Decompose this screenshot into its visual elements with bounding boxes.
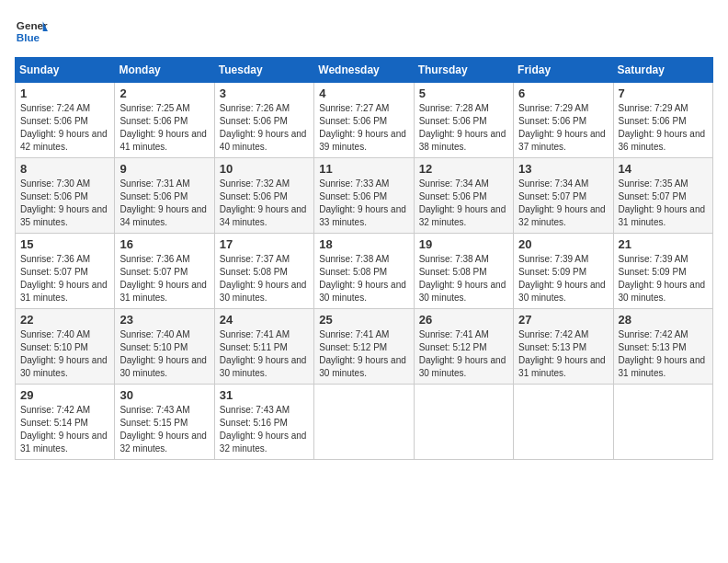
weekday-header: Sunday <box>16 58 115 83</box>
day-info: Sunrise: 7:41 AM Sunset: 5:12 PM Dayligh… <box>319 328 408 380</box>
calendar-cell: 16 Sunrise: 7:36 AM Sunset: 5:07 PM Dayl… <box>115 234 214 309</box>
calendar-week-row: 29 Sunrise: 7:42 AM Sunset: 5:14 PM Dayl… <box>16 385 713 460</box>
weekday-header: Saturday <box>613 58 712 83</box>
calendar-cell: 7 Sunrise: 7:29 AM Sunset: 5:06 PM Dayli… <box>613 83 712 158</box>
day-number: 1 <box>20 86 109 100</box>
day-number: 23 <box>119 313 209 327</box>
calendar-cell: 1 Sunrise: 7:24 AM Sunset: 5:06 PM Dayli… <box>16 83 115 158</box>
day-number: 15 <box>20 237 109 251</box>
day-number: 18 <box>319 237 408 251</box>
day-number: 10 <box>220 162 309 176</box>
day-info: Sunrise: 7:40 AM Sunset: 5:10 PM Dayligh… <box>20 328 109 380</box>
svg-text:Blue: Blue <box>17 31 40 43</box>
day-info: Sunrise: 7:29 AM Sunset: 5:06 PM Dayligh… <box>518 102 608 154</box>
day-number: 24 <box>220 313 309 327</box>
day-info: Sunrise: 7:30 AM Sunset: 5:06 PM Dayligh… <box>20 178 109 229</box>
calendar-cell: 15 Sunrise: 7:36 AM Sunset: 5:07 PM Dayl… <box>16 234 115 309</box>
weekday-header: Friday <box>514 58 613 83</box>
calendar-week-row: 22 Sunrise: 7:40 AM Sunset: 5:10 PM Dayl… <box>16 309 713 385</box>
day-number: 13 <box>518 162 608 176</box>
day-number: 4 <box>319 86 408 100</box>
day-info: Sunrise: 7:32 AM Sunset: 5:06 PM Dayligh… <box>220 178 309 229</box>
day-info: Sunrise: 7:38 AM Sunset: 5:08 PM Dayligh… <box>319 253 408 304</box>
calendar-header: SundayMondayTuesdayWednesdayThursdayFrid… <box>16 58 713 83</box>
calendar-week-row: 8 Sunrise: 7:30 AM Sunset: 5:06 PM Dayli… <box>16 158 713 234</box>
calendar-cell: 11 Sunrise: 7:33 AM Sunset: 5:06 PM Dayl… <box>314 158 414 234</box>
day-number: 26 <box>419 313 508 327</box>
day-info: Sunrise: 7:43 AM Sunset: 5:16 PM Dayligh… <box>220 404 309 455</box>
day-number: 17 <box>220 237 309 251</box>
day-number: 28 <box>619 313 708 327</box>
calendar-cell <box>514 385 613 460</box>
calendar-cell: 9 Sunrise: 7:31 AM Sunset: 5:06 PM Dayli… <box>115 158 214 234</box>
day-info: Sunrise: 7:28 AM Sunset: 5:06 PM Dayligh… <box>419 102 508 154</box>
calendar-cell: 27 Sunrise: 7:42 AM Sunset: 5:13 PM Dayl… <box>514 309 613 385</box>
day-number: 27 <box>518 313 608 327</box>
calendar-cell: 17 Sunrise: 7:37 AM Sunset: 5:08 PM Dayl… <box>214 234 313 309</box>
calendar-table: SundayMondayTuesdayWednesdayThursdayFrid… <box>15 57 713 460</box>
day-number: 12 <box>419 162 508 176</box>
weekday-header: Wednesday <box>314 58 414 83</box>
calendar-cell: 2 Sunrise: 7:25 AM Sunset: 5:06 PM Dayli… <box>115 83 214 158</box>
calendar-cell: 8 Sunrise: 7:30 AM Sunset: 5:06 PM Dayli… <box>16 158 115 234</box>
day-info: Sunrise: 7:41 AM Sunset: 5:11 PM Dayligh… <box>220 328 309 380</box>
calendar-cell <box>613 385 712 460</box>
calendar-cell: 12 Sunrise: 7:34 AM Sunset: 5:06 PM Dayl… <box>414 158 513 234</box>
logo: General Blue <box>15 15 48 48</box>
day-number: 8 <box>20 162 109 176</box>
day-info: Sunrise: 7:24 AM Sunset: 5:06 PM Dayligh… <box>20 102 109 154</box>
calendar-cell: 25 Sunrise: 7:41 AM Sunset: 5:12 PM Dayl… <box>314 309 414 385</box>
day-number: 2 <box>119 86 209 100</box>
day-number: 14 <box>619 162 708 176</box>
calendar-cell: 24 Sunrise: 7:41 AM Sunset: 5:11 PM Dayl… <box>214 309 313 385</box>
calendar-week-row: 1 Sunrise: 7:24 AM Sunset: 5:06 PM Dayli… <box>16 83 713 158</box>
day-info: Sunrise: 7:34 AM Sunset: 5:06 PM Dayligh… <box>419 178 508 229</box>
day-number: 11 <box>319 162 408 176</box>
calendar-cell: 30 Sunrise: 7:43 AM Sunset: 5:15 PM Dayl… <box>115 385 214 460</box>
day-number: 6 <box>518 86 608 100</box>
calendar-cell: 10 Sunrise: 7:32 AM Sunset: 5:06 PM Dayl… <box>214 158 313 234</box>
day-info: Sunrise: 7:43 AM Sunset: 5:15 PM Dayligh… <box>119 404 209 455</box>
day-number: 31 <box>220 388 309 402</box>
day-info: Sunrise: 7:40 AM Sunset: 5:10 PM Dayligh… <box>119 328 209 380</box>
calendar-cell: 14 Sunrise: 7:35 AM Sunset: 5:07 PM Dayl… <box>613 158 712 234</box>
weekday-header: Tuesday <box>214 58 313 83</box>
calendar-cell: 18 Sunrise: 7:38 AM Sunset: 5:08 PM Dayl… <box>314 234 414 309</box>
calendar-cell: 26 Sunrise: 7:41 AM Sunset: 5:12 PM Dayl… <box>414 309 513 385</box>
calendar-cell: 23 Sunrise: 7:40 AM Sunset: 5:10 PM Dayl… <box>115 309 214 385</box>
logo-icon: General Blue <box>15 15 48 48</box>
day-info: Sunrise: 7:34 AM Sunset: 5:07 PM Dayligh… <box>518 178 608 229</box>
day-info: Sunrise: 7:42 AM Sunset: 5:14 PM Dayligh… <box>20 404 109 455</box>
calendar-cell: 22 Sunrise: 7:40 AM Sunset: 5:10 PM Dayl… <box>16 309 115 385</box>
calendar-week-row: 15 Sunrise: 7:36 AM Sunset: 5:07 PM Dayl… <box>16 234 713 309</box>
day-number: 7 <box>619 86 708 100</box>
day-info: Sunrise: 7:38 AM Sunset: 5:08 PM Dayligh… <box>419 253 508 304</box>
calendar-cell: 31 Sunrise: 7:43 AM Sunset: 5:16 PM Dayl… <box>214 385 313 460</box>
calendar-cell: 3 Sunrise: 7:26 AM Sunset: 5:06 PM Dayli… <box>214 83 313 158</box>
calendar-cell: 29 Sunrise: 7:42 AM Sunset: 5:14 PM Dayl… <box>16 385 115 460</box>
calendar-cell: 20 Sunrise: 7:39 AM Sunset: 5:09 PM Dayl… <box>514 234 613 309</box>
weekday-header: Monday <box>115 58 214 83</box>
day-number: 5 <box>419 86 508 100</box>
calendar-cell: 28 Sunrise: 7:42 AM Sunset: 5:13 PM Dayl… <box>613 309 712 385</box>
day-info: Sunrise: 7:42 AM Sunset: 5:13 PM Dayligh… <box>518 328 608 380</box>
day-number: 19 <box>419 237 508 251</box>
day-info: Sunrise: 7:42 AM Sunset: 5:13 PM Dayligh… <box>619 328 708 380</box>
calendar-cell: 5 Sunrise: 7:28 AM Sunset: 5:06 PM Dayli… <box>414 83 513 158</box>
day-number: 29 <box>20 388 109 402</box>
day-info: Sunrise: 7:41 AM Sunset: 5:12 PM Dayligh… <box>419 328 508 380</box>
day-info: Sunrise: 7:31 AM Sunset: 5:06 PM Dayligh… <box>119 178 209 229</box>
day-number: 22 <box>20 313 109 327</box>
day-info: Sunrise: 7:33 AM Sunset: 5:06 PM Dayligh… <box>319 178 408 229</box>
calendar-cell <box>314 385 414 460</box>
day-info: Sunrise: 7:25 AM Sunset: 5:06 PM Dayligh… <box>119 102 209 154</box>
day-number: 16 <box>119 237 209 251</box>
calendar-cell: 6 Sunrise: 7:29 AM Sunset: 5:06 PM Dayli… <box>514 83 613 158</box>
day-number: 21 <box>619 237 708 251</box>
calendar-cell <box>414 385 513 460</box>
calendar-cell: 21 Sunrise: 7:39 AM Sunset: 5:09 PM Dayl… <box>613 234 712 309</box>
day-info: Sunrise: 7:36 AM Sunset: 5:07 PM Dayligh… <box>119 253 209 304</box>
calendar-cell: 4 Sunrise: 7:27 AM Sunset: 5:06 PM Dayli… <box>314 83 414 158</box>
day-number: 30 <box>119 388 209 402</box>
page-header: General Blue <box>15 15 713 48</box>
